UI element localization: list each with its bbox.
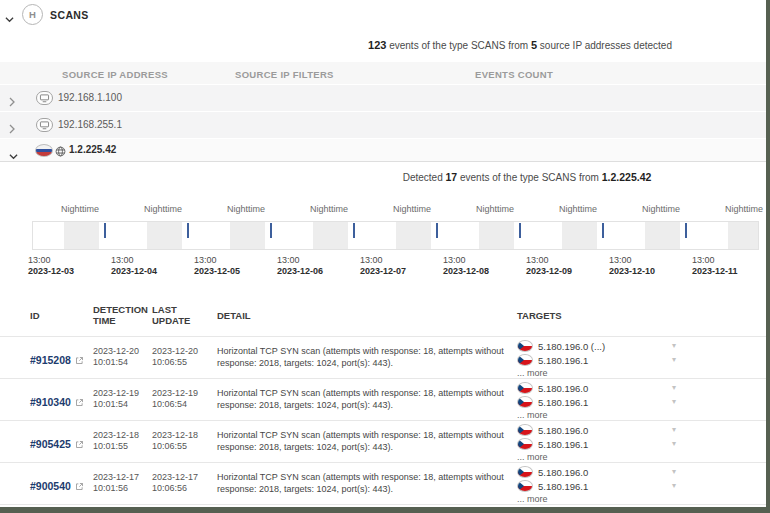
nighttime-label: Nighttime xyxy=(629,204,693,214)
target-entry[interactable]: 5.180.196.0 (...) xyxy=(517,340,605,352)
nighttime-label: Nighttime xyxy=(463,204,527,214)
timeline-date-label: 13:002023-12-05 xyxy=(194,255,240,277)
detection-date: 2023-12-20 xyxy=(93,346,151,357)
last-update-cell: 2023-12-19 10:06:54 xyxy=(152,388,210,410)
external-link-icon[interactable] xyxy=(75,393,84,411)
detail-events-count: 17 xyxy=(445,171,457,183)
event-row: #905425 2023-12-18 10:01:55 2023-12-18 1… xyxy=(0,420,766,463)
col-source-ip-address: SOURCE IP ADDRESS xyxy=(62,69,168,80)
chevron-down-icon[interactable]: ▾ xyxy=(672,468,676,476)
more-targets-link[interactable]: ... more xyxy=(517,410,548,420)
event-id-link[interactable]: #905425 xyxy=(30,438,71,450)
nighttime-band xyxy=(147,222,182,249)
external-link-icon[interactable] xyxy=(75,435,84,453)
chevron-down-icon[interactable]: ▾ xyxy=(672,342,676,350)
source-row[interactable]: 192.168.255.1 xyxy=(0,112,766,139)
more-targets-link[interactable]: ... more xyxy=(517,368,548,378)
group-title: SCANS xyxy=(50,9,89,21)
chevron-right-icon[interactable] xyxy=(9,93,15,111)
row-separator xyxy=(0,504,766,505)
last-update-cell: 2023-12-20 10:06:55 xyxy=(152,346,210,368)
col-last-update: LAST UPDATE xyxy=(152,304,196,326)
chevron-down-icon[interactable] xyxy=(5,9,14,27)
event-tick xyxy=(187,223,189,238)
chevron-down-icon[interactable]: ▾ xyxy=(672,398,676,406)
chevron-right-icon[interactable] xyxy=(9,120,15,138)
detection-time-cell: 2023-12-19 10:01:54 xyxy=(93,388,151,410)
event-detail-text: Horizontal TCP SYN scan (attempts with r… xyxy=(217,387,513,411)
timeline-date-label: 13:002023-12-07 xyxy=(360,255,406,277)
target-entry[interactable]: 5.180.196.0 xyxy=(517,424,588,436)
detection-time-cell: 2023-12-18 10:01:55 xyxy=(93,430,151,452)
detection-time: 10:01:55 xyxy=(93,441,151,452)
chevron-down-icon[interactable]: ▾ xyxy=(672,426,676,434)
target-ip: 5.180.196.1 xyxy=(538,439,588,450)
nighttime-band xyxy=(645,222,680,249)
source-row-expanded[interactable]: 1.2.225.42 xyxy=(0,139,766,162)
more-targets-link[interactable]: ... more xyxy=(517,452,548,462)
last-update-cell: 2023-12-18 10:06:55 xyxy=(152,430,210,452)
target-ip: 5.180.196.1 xyxy=(538,481,588,492)
chevron-down-icon[interactable]: ▾ xyxy=(672,482,676,490)
event-id-link[interactable]: #900540 xyxy=(30,480,71,492)
target-entry[interactable]: 5.180.196.0 xyxy=(517,382,588,394)
external-link-icon[interactable] xyxy=(75,351,84,369)
scans-panel: H SCANS 123 events of the type SCANS fro… xyxy=(0,0,770,513)
globe-icon xyxy=(55,143,66,161)
timeline-date-label: 13:002023-12-06 xyxy=(277,255,323,277)
nighttime-label: Nighttime xyxy=(380,204,444,214)
timeline-band xyxy=(32,221,759,250)
target-entry[interactable]: 5.180.196.1 xyxy=(517,480,588,492)
update-time: 10:06:54 xyxy=(152,399,210,410)
target-entry[interactable]: 5.180.196.1 xyxy=(517,438,588,450)
event-detail-text: Horizontal TCP SYN scan (attempts with r… xyxy=(217,429,513,453)
timeline-date-label: 13:002023-12-10 xyxy=(609,255,655,277)
source-row[interactable]: 192.168.1.100 xyxy=(0,85,766,112)
detection-time-cell: 2023-12-17 10:01:56 xyxy=(93,472,151,494)
nighttime-band xyxy=(313,222,348,249)
detail-summary-text: events of the type SCANS from xyxy=(457,172,602,183)
event-row: #910340 2023-12-19 10:01:54 2023-12-19 1… xyxy=(0,378,766,421)
detail-source-ip: 1.2.225.42 xyxy=(602,171,652,183)
chevron-down-icon[interactable] xyxy=(9,146,18,164)
event-tick xyxy=(104,223,106,238)
target-entry[interactable]: 5.180.196.1 xyxy=(517,396,588,408)
summary-text-tail: source IP addresses detected xyxy=(537,40,672,51)
detail-summary-prefix: Detected xyxy=(403,172,446,183)
timeline-date-label: 13:002023-12-04 xyxy=(111,255,157,277)
target-ip: 5.180.196.0 (...) xyxy=(538,341,605,352)
detection-time-cell: 2023-12-20 10:01:54 xyxy=(93,346,151,368)
detection-time: 10:01:56 xyxy=(93,483,151,494)
col-detail: DETAIL xyxy=(217,310,251,321)
target-ip: 5.180.196.0 xyxy=(538,425,588,436)
nighttime-label: Nighttime xyxy=(48,204,112,214)
chevron-down-icon[interactable]: ▾ xyxy=(672,356,676,364)
event-row: #915208 2023-12-20 10:01:54 2023-12-20 1… xyxy=(0,336,766,379)
czech-flag-icon xyxy=(517,340,533,352)
nighttime-band xyxy=(230,222,265,249)
more-targets-link[interactable]: ... more xyxy=(517,494,548,504)
event-id-link[interactable]: #910340 xyxy=(30,396,71,408)
chevron-down-icon[interactable]: ▾ xyxy=(672,440,676,448)
update-date: 2023-12-18 xyxy=(152,430,210,441)
event-detail-text: Horizontal TCP SYN scan (attempts with r… xyxy=(217,345,513,369)
nighttime-label: Nighttime xyxy=(297,204,361,214)
col-targets: TARGETS xyxy=(517,310,562,321)
chevron-down-icon[interactable]: ▾ xyxy=(672,384,676,392)
event-id-link[interactable]: #915208 xyxy=(30,354,71,366)
czech-flag-icon xyxy=(517,438,533,450)
event-tick xyxy=(519,223,521,238)
timeline-date-axis: 13:002023-12-0313:002023-12-0413:002023-… xyxy=(0,255,770,281)
event-tick xyxy=(685,223,687,238)
event-detail-text: Horizontal TCP SYN scan (attempts with r… xyxy=(217,471,513,495)
detection-date: 2023-12-19 xyxy=(93,388,151,399)
detail-summary: Detected 17 events of the type SCANS fro… xyxy=(297,171,757,183)
target-entry[interactable]: 5.180.196.0 xyxy=(517,466,588,478)
events-count: 123 xyxy=(368,39,386,51)
col-source-ip-filters: SOURCE IP FILTERS xyxy=(235,69,334,80)
target-ip: 5.180.196.0 xyxy=(538,467,588,478)
external-link-icon[interactable] xyxy=(75,477,84,495)
czech-flag-icon xyxy=(517,480,533,492)
target-entry[interactable]: 5.180.196.1 xyxy=(517,354,588,366)
nighttime-label: Nighttime xyxy=(214,204,278,214)
